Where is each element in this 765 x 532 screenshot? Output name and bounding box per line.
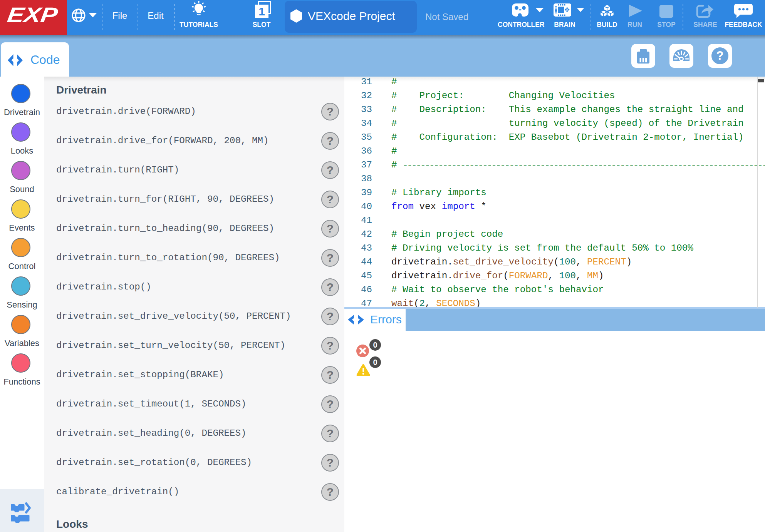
svg-text:?: ?	[716, 49, 724, 62]
svg-text:1: 1	[258, 5, 265, 18]
